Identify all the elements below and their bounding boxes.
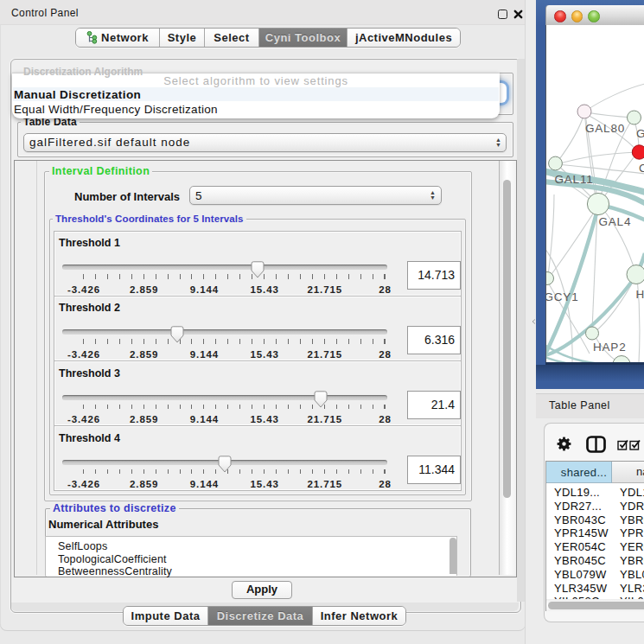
svg-text:C: C (639, 162, 644, 175)
svg-text:GAL80: GAL80 (585, 122, 625, 135)
svg-text:GAL11: GAL11 (555, 173, 594, 186)
svg-text:HAP2: HAP2 (593, 341, 626, 354)
svg-text:GCY1: GCY1 (546, 290, 578, 303)
svg-text:GAL4: GAL4 (599, 215, 632, 228)
svg-text:H: H (636, 288, 644, 301)
svg-text:G.: G. (636, 127, 644, 140)
